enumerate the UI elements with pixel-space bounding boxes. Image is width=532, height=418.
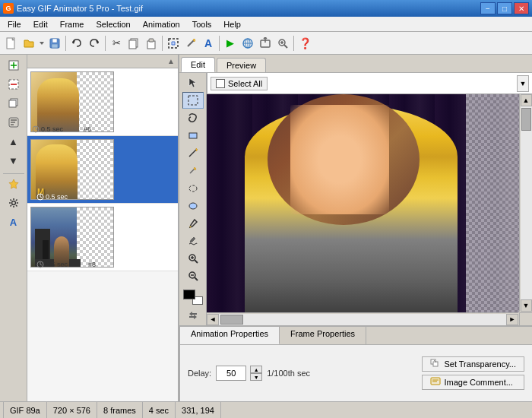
svg-rect-4: [52, 39, 57, 43]
tab-preview[interactable]: Preview: [217, 58, 266, 72]
scroll-thumb-v[interactable]: [521, 108, 531, 131]
vertical-scrollbar[interactable]: ▲ ▼: [519, 94, 532, 312]
move-up-btn[interactable]: ▲: [3, 132, 24, 150]
settings-btn[interactable]: [3, 194, 24, 212]
toolbar-select[interactable]: [165, 35, 182, 52]
tab-edit[interactable]: Edit: [181, 57, 215, 72]
frame-list[interactable]: ▲ 0.5 sec #6: [27, 55, 179, 401]
menu-animation[interactable]: Animation: [137, 18, 186, 30]
canvas-viewport: [207, 94, 519, 312]
delete-frame-btn[interactable]: [3, 75, 24, 93]
scroll-down-button[interactable]: ▼: [521, 299, 532, 312]
toolbar-copy[interactable]: [125, 35, 142, 52]
canvas-area: ▲ ▼ ◄ ►: [207, 94, 532, 325]
close-button[interactable]: ✕: [514, 2, 529, 14]
color-swatches[interactable]: [183, 290, 203, 305]
toolbar-open-dropdown[interactable]: [38, 35, 46, 52]
window-title: Easy GIF Animator 5 Pro - Test.gif: [17, 4, 143, 13]
toolbar-text[interactable]: A: [200, 35, 217, 52]
menu-edit[interactable]: Edit: [27, 18, 54, 30]
scroll-track-v[interactable]: [521, 106, 532, 299]
scroll-track-h[interactable]: [219, 314, 506, 325]
svg-line-58: [195, 260, 198, 263]
menu-file[interactable]: File: [2, 18, 27, 30]
canvas-dropdown-button[interactable]: ▼: [517, 75, 529, 92]
toolbar-magic-wand[interactable]: [182, 35, 199, 52]
toolbar: ✂ A ▶ ❓: [0, 32, 532, 55]
frame-thumb-7: M: [30, 139, 114, 200]
svg-rect-9: [129, 40, 136, 49]
rect-select-tool[interactable]: [182, 92, 204, 109]
oval-fill-tool[interactable]: [182, 198, 204, 214]
zoom-out-tool[interactable]: [182, 268, 204, 284]
toolbar-redo[interactable]: [86, 35, 103, 52]
frame-item-8[interactable]: 0.5 sec #8: [27, 204, 178, 271]
select-all-area: Select All: [211, 77, 268, 90]
tab-frame-properties[interactable]: Frame Properties: [280, 327, 366, 344]
toolbar-undo[interactable]: [68, 35, 85, 52]
toolbar-new[interactable]: [3, 35, 20, 52]
delay-label: Delay:: [188, 369, 211, 378]
canvas-content[interactable]: [207, 94, 519, 312]
frame-item-selected[interactable]: M 0.5 sec #7: [27, 136, 178, 204]
frame-item[interactable]: 0.5 sec #6: [27, 68, 178, 136]
toolbar-play[interactable]: ▶: [222, 35, 239, 52]
zoom-in-tool[interactable]: [182, 250, 204, 267]
toolbar-open[interactable]: [21, 35, 37, 52]
magic-wand-tool[interactable]: [182, 162, 204, 179]
move-down-btn[interactable]: ▼: [3, 151, 24, 169]
oval-select-tool[interactable]: [182, 179, 204, 196]
pointer-tool[interactable]: [182, 74, 204, 91]
svg-line-13: [188, 40, 194, 46]
svg-line-62: [195, 277, 198, 280]
tab-animation-properties[interactable]: Animation Properties: [180, 327, 280, 344]
fill-rect-tool[interactable]: [182, 127, 204, 144]
lasso-tool[interactable]: [182, 109, 204, 126]
pencil-tool[interactable]: [182, 144, 204, 161]
image-comment-button[interactable]: Image Comment...: [422, 375, 524, 390]
delay-input[interactable]: [216, 366, 246, 381]
horizontal-scrollbar[interactable]: ◄ ►: [207, 312, 518, 325]
menu-help[interactable]: Help: [217, 18, 247, 30]
spinner-up[interactable]: ▲: [250, 366, 262, 373]
menu-frame[interactable]: Frame: [54, 18, 90, 30]
frame-properties-btn[interactable]: [3, 113, 24, 131]
menu-selection[interactable]: Selection: [90, 18, 136, 30]
minimize-button[interactable]: −: [480, 2, 496, 14]
toolbar-export[interactable]: [257, 35, 274, 52]
scroll-right-button[interactable]: ►: [506, 314, 518, 325]
flood-fill-tool[interactable]: [182, 233, 204, 249]
spinner-down[interactable]: ▼: [250, 373, 262, 381]
scroll-thumb-h[interactable]: [220, 315, 243, 325]
swap-colors-tool[interactable]: [182, 307, 204, 324]
svg-line-40: [36, 129, 37, 130]
scroll-up-button[interactable]: ▲: [521, 94, 532, 106]
status-dimensions: 720 × 576: [47, 402, 97, 418]
toolbar-paste[interactable]: [143, 35, 160, 52]
scroll-left-button[interactable]: ◄: [207, 314, 219, 325]
set-transparency-button[interactable]: Set Transparency...: [422, 356, 524, 372]
toolbar-cut[interactable]: ✂: [108, 35, 125, 52]
select-all-button[interactable]: Select All: [211, 77, 268, 90]
transparency-area: [466, 94, 519, 312]
maximize-button[interactable]: □: [497, 2, 512, 14]
frame-thumb-6: [30, 71, 114, 132]
toolbar-zoom[interactable]: [274, 35, 291, 52]
menu-tools[interactable]: Tools: [186, 18, 218, 30]
text-tool-btn[interactable]: A: [3, 213, 24, 231]
drawing-tools: [179, 73, 207, 325]
toolbar-sep4: [219, 36, 220, 51]
toolbar-web[interactable]: [239, 35, 256, 52]
svg-marker-47: [189, 78, 196, 87]
add-frame-btn[interactable]: [3, 56, 24, 74]
canvas-toolbar: Select All ▼: [207, 73, 532, 94]
toolbar-sep3: [162, 36, 163, 51]
toolbar-help[interactable]: ❓: [296, 35, 313, 52]
optimize-btn[interactable]: [3, 175, 24, 193]
toolbar-save[interactable]: [46, 35, 63, 52]
menu-bar: File Edit Frame Selection Animation Tool…: [0, 17, 532, 32]
eyedropper-tool[interactable]: [182, 215, 204, 232]
svg-marker-51: [196, 148, 198, 151]
duplicate-frame-btn[interactable]: [3, 94, 24, 112]
properties-content: Delay: ▲ ▼ 1/100th sec Se: [180, 345, 532, 401]
